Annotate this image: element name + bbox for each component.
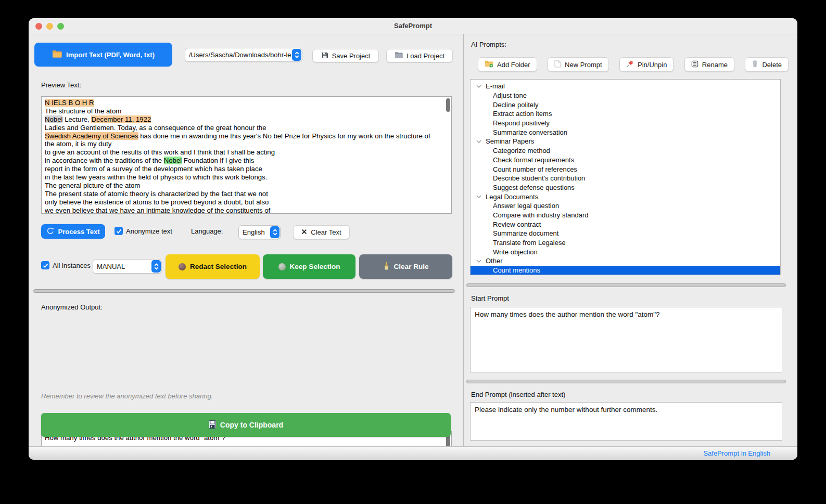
save-icon	[321, 51, 328, 60]
tree-label: Decline politely	[493, 101, 538, 109]
rename-button[interactable]: Rename	[684, 57, 734, 72]
tree-label: Seminar Papers	[486, 137, 534, 145]
mode-select[interactable]: MANUAL	[93, 259, 162, 274]
horizontal-splitter[interactable]	[466, 380, 786, 383]
chevron-down-icon[interactable]	[476, 260, 481, 263]
tree-label: Other	[486, 257, 503, 265]
text-line: The present state of atomic theory is ch…	[45, 190, 448, 198]
tree-label: Summarize document	[493, 229, 558, 237]
tree-item[interactable]: Count number of references	[471, 164, 780, 174]
chevron-down-icon[interactable]	[476, 195, 481, 198]
tree-item[interactable]: Answer legal question	[471, 201, 780, 211]
delete-button[interactable]: Delete	[745, 57, 789, 72]
start-prompt-label: Start Prompt	[471, 294, 509, 302]
tree-item[interactable]: Extract action items	[471, 109, 780, 119]
process-text-button[interactable]: Process Text	[41, 224, 105, 239]
anonymize-checkbox[interactable]	[115, 227, 123, 235]
tree-label: Categorize method	[493, 147, 550, 154]
tree-item[interactable]: Check formal requirements	[471, 156, 780, 165]
all-instances-label: All instances	[53, 262, 91, 269]
new-prompt-button[interactable]: New Prompt	[548, 57, 609, 72]
save-project-button[interactable]: Save Project	[312, 49, 379, 62]
tree-folder[interactable]: Seminar Papers	[471, 137, 780, 146]
tree-item[interactable]: Write objection	[471, 247, 780, 256]
tree-label: Adjust tone	[493, 92, 527, 99]
anonymize-row: Anonymize text	[115, 227, 172, 235]
chevron-down-icon[interactable]	[476, 140, 481, 143]
copy-to-clipboard-label: Copy to Clipboard	[220, 421, 283, 429]
redact-selection-label: Redact Selection	[190, 263, 247, 270]
clear-rule-button[interactable]: Clear Rule	[359, 254, 452, 279]
rename-label: Rename	[702, 61, 728, 69]
tree-item[interactable]: Translate from Legalese	[471, 238, 780, 248]
close-button[interactable]	[35, 23, 42, 30]
open-folder-icon	[395, 51, 403, 60]
traffic-lights	[35, 23, 64, 30]
preview-label: Preview Text:	[41, 81, 81, 89]
end-prompt-input[interactable]: Please indicate only the number without …	[470, 402, 782, 441]
tree-item[interactable]: Decline politely	[471, 100, 780, 109]
tree-item[interactable]: Compare with industry standard	[471, 211, 780, 220]
all-instances-checkbox[interactable]	[41, 261, 49, 269]
app-window: SafePrompt Import Text (PDF, Word, txt) …	[29, 18, 797, 460]
keep-selection-button[interactable]: Keep Selection	[263, 254, 355, 279]
tree-item[interactable]: Suggest defense questions	[471, 183, 780, 192]
ai-prompts-header: AI Prompts:	[471, 41, 506, 48]
add-folder-button[interactable]: Add Folder	[478, 57, 537, 72]
keep-selection-label: Keep Selection	[290, 263, 340, 270]
load-project-label: Load Project	[406, 52, 444, 60]
text-line: The structure of the atom	[45, 107, 448, 115]
text-line: report in the form of a survey of the de…	[45, 165, 448, 173]
pushpin-icon	[626, 60, 634, 69]
end-prompt-label: End Prompt (inserted after text)	[471, 391, 565, 398]
chevron-down-icon[interactable]	[476, 85, 481, 88]
language-select[interactable]: English	[238, 225, 281, 239]
x-icon	[301, 228, 307, 236]
title-bar: SafePrompt	[29, 18, 797, 34]
start-prompt-input[interactable]: How many times does the author mention t…	[470, 307, 782, 372]
redact-selection-button[interactable]: Redact Selection	[166, 254, 260, 279]
copy-to-clipboard-button[interactable]: Copy to Clipboard	[41, 413, 451, 437]
tree-label: Describe student's contribution	[493, 174, 585, 182]
stepper-icon	[292, 49, 301, 61]
language-status-link[interactable]: SafePrompt in English	[703, 449, 770, 457]
zoom-button[interactable]	[57, 23, 64, 30]
tree-item[interactable]: Count mentions	[471, 266, 780, 275]
file-path-select[interactable]: /Users/Sascha/Downloads/bohr-lec	[185, 48, 302, 62]
tree-folder[interactable]: Other	[471, 256, 780, 266]
trash-icon	[752, 60, 758, 69]
tree-item[interactable]: Adjust tone	[471, 91, 780, 100]
tree-label: E-mail	[486, 82, 505, 90]
folder-icon	[52, 50, 62, 59]
prompt-tree[interactable]: E-mailAdjust toneDecline politelyExtract…	[470, 79, 781, 275]
tree-item[interactable]: Summarize document	[471, 229, 780, 238]
tree-label: Count number of references	[493, 165, 577, 173]
pin-unpin-label: Pin/Unpin	[638, 61, 667, 69]
tree-item[interactable]: Summarize conversation	[471, 127, 780, 137]
text-line: The general picture of the atom	[45, 182, 448, 190]
floppy-icon	[209, 420, 216, 430]
text-line: in accordance with the traditions of the…	[45, 157, 448, 165]
status-bar: SafePrompt in English	[29, 446, 797, 460]
scrollbar-thumb[interactable]	[446, 98, 450, 112]
pin-unpin-button[interactable]: Pin/Unpin	[619, 57, 673, 72]
import-text-button[interactable]: Import Text (PDF, Word, txt)	[34, 43, 172, 67]
tree-item[interactable]: Respond positively	[471, 119, 780, 128]
tree-folder[interactable]: E-mail	[471, 82, 780, 91]
horizontal-splitter[interactable]	[33, 289, 455, 293]
horizontal-splitter[interactable]	[466, 283, 786, 287]
load-project-button[interactable]: Load Project	[386, 49, 453, 62]
text-line: to give an account of the results of thi…	[45, 148, 448, 157]
clear-text-button[interactable]: Clear Text	[293, 225, 350, 239]
tree-label: Answer legal question	[493, 202, 559, 210]
tree-folder[interactable]: Legal Documents	[471, 192, 780, 201]
preview-lines: N IELS B O H RThe structure of the atomN…	[45, 99, 448, 214]
tree-item[interactable]: Categorize method	[471, 146, 780, 156]
mode-value: MANUAL	[93, 263, 151, 270]
tree-item[interactable]: Describe student's contribution	[471, 174, 780, 183]
tree-item[interactable]: Review contract	[471, 219, 780, 229]
preview-textarea[interactable]: N IELS B O H RThe structure of the atomN…	[41, 96, 452, 214]
text-line: the atom, it is my duty	[45, 140, 448, 148]
minimize-button[interactable]	[46, 23, 53, 30]
redact-circle-icon	[179, 263, 186, 270]
